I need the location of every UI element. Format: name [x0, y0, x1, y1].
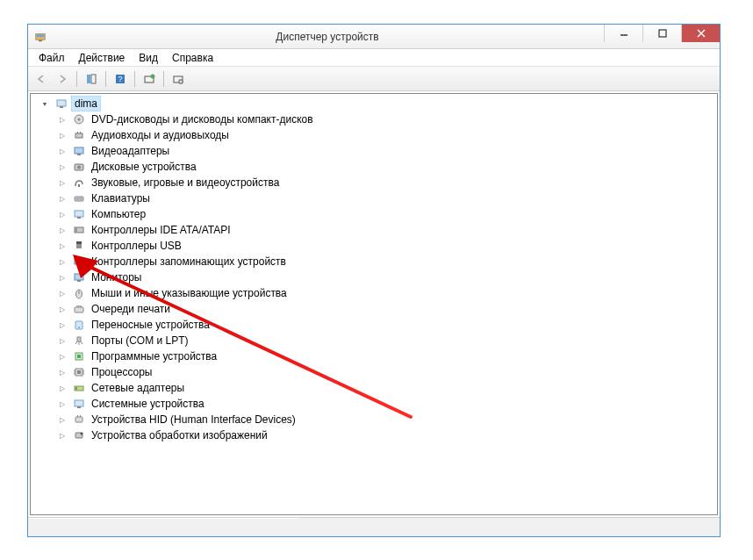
category-label[interactable]: Компьютер — [89, 207, 148, 221]
expand-icon[interactable] — [57, 225, 68, 235]
category-icon — [72, 381, 86, 395]
tree-category-node[interactable]: Программные устройства — [57, 348, 715, 364]
maximize-button[interactable] — [642, 25, 681, 42]
category-label[interactable]: Переносные устройства — [89, 318, 212, 332]
expand-icon[interactable] — [57, 209, 68, 219]
category-label[interactable]: Аудиовходы и аудиовыходы — [89, 128, 232, 142]
scan-hardware-button[interactable] — [140, 69, 159, 89]
tree-category-node[interactable]: Мониторы — [57, 269, 715, 285]
svg-rect-64 — [80, 415, 81, 417]
minimize-button[interactable] — [604, 25, 642, 42]
category-icon — [72, 413, 86, 427]
back-button[interactable] — [32, 69, 51, 89]
svg-rect-19 — [75, 133, 82, 138]
category-label[interactable]: Процессоры — [89, 365, 155, 379]
expand-icon[interactable] — [57, 383, 68, 393]
tree-category-node[interactable]: DVD-дисководы и дисководы компакт-дисков — [57, 111, 715, 127]
category-label[interactable]: Видеоадаптеры — [89, 144, 172, 158]
category-label[interactable]: Очереди печати — [89, 302, 173, 316]
expand-icon[interactable] — [57, 430, 68, 441]
close-button[interactable] — [681, 25, 720, 42]
menu-help[interactable]: Справка — [165, 50, 220, 66]
category-label[interactable]: Дисковые устройства — [89, 160, 199, 174]
category-label[interactable]: Мыши и иные указывающие устройства — [89, 286, 290, 300]
category-icon — [72, 144, 86, 158]
svg-rect-36 — [76, 241, 82, 244]
category-label[interactable]: Сетевые адаптеры — [89, 381, 187, 395]
expand-icon[interactable] — [57, 319, 68, 330]
tree-category-node[interactable]: Аудиовходы и аудиовыходы — [57, 127, 715, 143]
expand-icon[interactable] — [57, 114, 68, 125]
properties-button[interactable]: ? — [111, 69, 130, 89]
toolbar: ? — [28, 67, 720, 91]
category-label[interactable]: Контроллеры IDE ATA/ATAPI — [89, 223, 233, 237]
app-icon — [33, 30, 47, 44]
category-label[interactable]: Контроллеры запоминающих устройств — [89, 255, 289, 269]
expand-icon[interactable] — [57, 130, 68, 140]
category-label[interactable]: Порты (COM и LPT) — [89, 334, 191, 348]
expand-icon[interactable] — [57, 272, 68, 283]
expand-icon[interactable] — [57, 335, 68, 346]
window-controls — [604, 25, 720, 48]
tree-category-node[interactable]: Мыши и иные указывающие устройства — [57, 285, 715, 301]
menu-file[interactable]: Файл — [32, 50, 72, 66]
expand-icon[interactable] — [57, 351, 68, 362]
expand-icon[interactable] — [57, 256, 68, 267]
forward-button[interactable] — [53, 69, 72, 89]
category-label[interactable]: Устройства обработки изображений — [89, 428, 270, 442]
tree-root-node[interactable]: dima — [39, 96, 715, 111]
tree-category-node[interactable]: Очереди печати — [57, 301, 715, 317]
category-icon — [72, 286, 86, 300]
svg-rect-63 — [77, 415, 78, 417]
expand-icon[interactable] — [57, 193, 68, 204]
tree-category-node[interactable]: Контроллеры IDE ATA/ATAPI — [57, 222, 715, 238]
svg-rect-51 — [77, 370, 81, 374]
category-label[interactable]: Мониторы — [89, 270, 144, 284]
tree-category-node[interactable]: Порты (COM и LPT) — [57, 333, 715, 348]
svg-rect-8 — [91, 75, 96, 83]
category-label[interactable]: Звуковые, игровые и видеоустройства — [89, 176, 282, 190]
category-icon — [72, 397, 86, 411]
category-label[interactable]: Клавиатуры — [89, 191, 153, 205]
tree-category-node[interactable]: Переносные устройства — [57, 317, 715, 333]
collapse-icon[interactable] — [39, 98, 50, 109]
tree-category-node[interactable]: Устройства HID (Human Interface Devices) — [57, 412, 715, 427]
tree-category-node[interactable]: Клавиатуры — [57, 190, 715, 206]
category-label[interactable]: DVD-дисководы и дисководы компакт-дисков — [89, 112, 316, 126]
tree-category-node[interactable]: Процессоры — [57, 364, 715, 380]
svg-rect-4 — [659, 30, 666, 37]
expand-icon[interactable] — [57, 177, 68, 188]
category-label[interactable]: Контроллеры USB — [89, 239, 184, 253]
tree-category-node[interactable]: Контроллеры запоминающих устройств — [57, 254, 715, 269]
svg-rect-43 — [75, 307, 83, 312]
category-label[interactable]: Программные устройства — [89, 349, 219, 363]
expand-icon[interactable] — [57, 367, 68, 377]
tree-category-node[interactable]: Сетевые адаптеры — [57, 380, 715, 396]
category-icon — [72, 223, 86, 237]
expand-icon[interactable] — [57, 288, 68, 298]
tree-category-node[interactable]: Звуковые, игровые и видеоустройства — [57, 175, 715, 190]
category-icon — [72, 302, 86, 316]
device-tree[interactable]: dima DVD-дисководы и дисководы компакт-д… — [30, 93, 718, 515]
root-label[interactable]: dima — [71, 96, 101, 111]
expand-icon[interactable] — [57, 304, 68, 314]
tree-category-node[interactable]: Устройства обработки изображений — [57, 427, 715, 443]
expand-icon[interactable] — [57, 398, 68, 409]
expand-icon[interactable] — [57, 146, 68, 156]
menu-view[interactable]: Вид — [132, 50, 165, 66]
show-hide-tree-button[interactable] — [82, 69, 101, 89]
uninstall-button[interactable] — [169, 69, 188, 89]
menu-action[interactable]: Действие — [72, 50, 133, 66]
expand-icon[interactable] — [57, 414, 68, 425]
tree-category-node[interactable]: Компьютер — [57, 206, 715, 222]
category-label[interactable]: Устройства HID (Human Interface Devices) — [89, 413, 298, 427]
expand-icon[interactable] — [57, 241, 68, 251]
category-icon — [72, 428, 86, 442]
tree-category-node[interactable]: Видеоадаптеры — [57, 143, 715, 159]
svg-rect-59 — [75, 387, 77, 390]
tree-category-node[interactable]: Контроллеры USB — [57, 238, 715, 254]
tree-category-node[interactable]: Системные устройства — [57, 396, 715, 412]
tree-category-node[interactable]: Дисковые устройства — [57, 159, 715, 175]
category-label[interactable]: Системные устройства — [89, 397, 207, 411]
expand-icon[interactable] — [57, 162, 68, 172]
